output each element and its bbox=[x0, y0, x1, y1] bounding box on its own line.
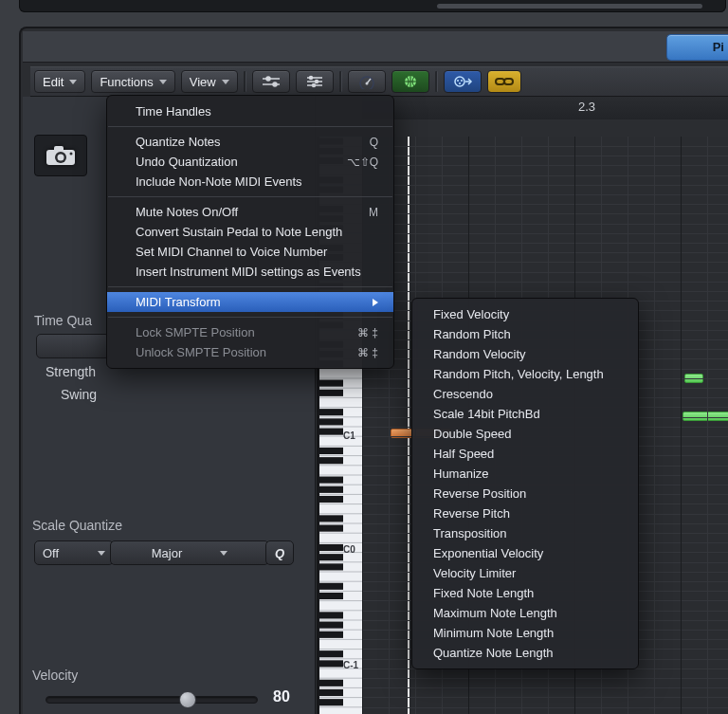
menu-item-midi-transform[interactable]: MIDI Transform bbox=[107, 292, 393, 312]
menu-item-label: Mute Notes On/Off bbox=[136, 205, 238, 219]
region-thumbnail[interactable] bbox=[34, 135, 87, 176]
midi-out-button[interactable] bbox=[391, 70, 429, 93]
menu-item-time-handles[interactable]: Time Handles bbox=[107, 101, 393, 121]
apply-scale-quantize-button[interactable]: Q bbox=[265, 540, 294, 565]
svg-rect-123 bbox=[317, 593, 343, 599]
scale-quantize-onoff-value: Off bbox=[43, 546, 59, 560]
midi-in-button[interactable] bbox=[444, 70, 482, 93]
svg-rect-118 bbox=[317, 525, 343, 532]
submenu-item[interactable]: Half Speed bbox=[412, 444, 638, 464]
menu-item-quantize-notes[interactable]: Quantize Notes Q bbox=[107, 132, 393, 152]
submenu-item[interactable]: Maximum Note Length bbox=[412, 603, 638, 623]
svg-rect-129 bbox=[317, 680, 343, 687]
svg-rect-128 bbox=[317, 660, 343, 667]
tab-piano-roll[interactable]: Pi bbox=[666, 34, 728, 61]
svg-rect-107 bbox=[317, 380, 343, 387]
submenu-item[interactable]: Random Velocity bbox=[412, 344, 638, 364]
submenu-item[interactable]: Scale 14bit PitchBd bbox=[412, 404, 638, 424]
menu-item-convert-sustain[interactable]: Convert Sustain Pedal to Note Length bbox=[107, 222, 393, 242]
gauge-icon bbox=[356, 74, 377, 89]
edit-menu-button[interactable]: Edit bbox=[34, 70, 85, 93]
svg-rect-124 bbox=[317, 612, 343, 618]
submenu-item[interactable]: Transposition bbox=[412, 523, 638, 543]
submenu-item[interactable]: Exponential Velocity bbox=[412, 543, 638, 563]
svg-rect-121 bbox=[317, 563, 343, 570]
submenu-item[interactable]: Double Speed bbox=[412, 424, 638, 444]
svg-rect-116 bbox=[317, 496, 343, 503]
submenu-item[interactable]: Random Pitch bbox=[412, 324, 638, 344]
camera-icon bbox=[45, 144, 77, 167]
svg-point-23 bbox=[70, 153, 73, 156]
menu-divider bbox=[108, 126, 392, 127]
midi-globe-icon bbox=[401, 74, 420, 89]
slider-handle[interactable] bbox=[179, 691, 196, 708]
edit-menu-label: Edit bbox=[43, 75, 64, 89]
submenu-item[interactable]: Humanize bbox=[412, 464, 638, 484]
chain-link-icon bbox=[494, 76, 515, 87]
toolbar-separator bbox=[339, 71, 342, 92]
automation-view-button[interactable] bbox=[252, 70, 290, 93]
menu-divider bbox=[108, 317, 392, 318]
menu-item-mute-notes[interactable]: Mute Notes On/Off M bbox=[107, 202, 393, 222]
menu-shortcut: ⌘ ‡ bbox=[357, 326, 378, 339]
svg-rect-111 bbox=[317, 429, 343, 435]
svg-point-3 bbox=[273, 82, 277, 86]
menu-shortcut: Q bbox=[370, 136, 378, 149]
catch-playhead-button[interactable] bbox=[348, 70, 386, 93]
view-menu-button[interactable]: View bbox=[181, 70, 238, 93]
submenu-item[interactable]: Velocity Limiter bbox=[412, 563, 638, 583]
octave-label-c0: C0 bbox=[343, 544, 355, 555]
svg-point-7 bbox=[315, 81, 318, 83]
piano-roll-window: Pi Edit Functions View bbox=[19, 27, 728, 714]
outer-panel-top bbox=[19, 0, 726, 12]
timeline-ruler[interactable]: 2.3 bbox=[362, 97, 728, 120]
svg-point-1 bbox=[266, 77, 270, 81]
list-view-button[interactable] bbox=[296, 70, 334, 93]
submenu-item[interactable]: Random Pitch, Velocity, Length bbox=[412, 364, 638, 384]
menu-item-lock-smpte[interactable]: Lock SMPTE Position ⌘ ‡ bbox=[107, 322, 393, 342]
svg-rect-114 bbox=[317, 477, 343, 484]
svg-point-11 bbox=[365, 82, 368, 85]
velocity-slider[interactable] bbox=[46, 696, 258, 704]
submenu-item[interactable]: Minimum Note Length bbox=[412, 623, 638, 643]
svg-rect-130 bbox=[317, 689, 343, 696]
menu-shortcut: M bbox=[369, 206, 378, 219]
menu-item-unlock-smpte[interactable]: Unlock SMPTE Position ⌘ ‡ bbox=[107, 342, 393, 362]
svg-rect-112 bbox=[317, 448, 343, 454]
menu-item-insert-instrument-settings[interactable]: Insert Instrument MIDI settings as Event… bbox=[107, 262, 393, 282]
submenu-item[interactable]: Reverse Position bbox=[412, 484, 638, 503]
menu-item-include-non-note[interactable]: Include Non-Note MIDI Events bbox=[107, 172, 393, 192]
submenu-item[interactable]: Fixed Note Length bbox=[412, 583, 638, 603]
svg-point-9 bbox=[312, 84, 315, 87]
submenu-item[interactable]: Fixed Velocity bbox=[412, 304, 638, 324]
submenu-item[interactable]: Reverse Pitch bbox=[412, 503, 638, 523]
scale-quantize-scale-select[interactable]: Major bbox=[110, 540, 269, 565]
scale-quantize-onoff-select[interactable]: Off bbox=[34, 540, 114, 565]
svg-rect-108 bbox=[317, 390, 343, 396]
svg-rect-20 bbox=[54, 146, 64, 152]
menu-item-label: Quantize Notes bbox=[136, 135, 221, 149]
menu-item-label: Convert Sustain Pedal to Note Length bbox=[136, 225, 342, 239]
menu-shortcut: ⌥⇧Q bbox=[347, 156, 378, 169]
lines-icon bbox=[304, 75, 325, 88]
svg-rect-119 bbox=[317, 544, 343, 551]
menu-item-label: Insert Instrument MIDI settings as Event… bbox=[136, 265, 361, 279]
svg-rect-122 bbox=[317, 583, 343, 590]
functions-menu-button[interactable]: Functions bbox=[91, 70, 174, 93]
submenu-item[interactable]: Crescendo bbox=[412, 384, 638, 404]
svg-point-14 bbox=[457, 80, 459, 82]
time-quantize-select[interactable] bbox=[36, 334, 110, 358]
swing-label: Swing bbox=[61, 387, 97, 402]
sliders-icon bbox=[261, 75, 282, 88]
menu-item-label: Time Handles bbox=[136, 104, 211, 119]
midi-transform-submenu: Fixed VelocityRandom PitchRandom Velocit… bbox=[411, 298, 639, 669]
menu-item-label: Set MIDI Channel to Voice Number bbox=[136, 245, 327, 259]
menu-item-undo-quantization[interactable]: Undo Quantization ⌥⇧Q bbox=[107, 152, 393, 172]
link-button[interactable] bbox=[487, 70, 521, 93]
horizontal-scrollbar-top[interactable] bbox=[437, 4, 702, 9]
menu-item-set-midi-channel[interactable]: Set MIDI Channel to Voice Number bbox=[107, 242, 393, 262]
scale-quantize-label: Scale Quantize bbox=[32, 518, 122, 533]
submenu-item[interactable]: Quantize Note Length bbox=[412, 643, 638, 663]
submenu-arrow-icon bbox=[373, 299, 378, 306]
dropdown-triangle-icon bbox=[69, 80, 77, 84]
